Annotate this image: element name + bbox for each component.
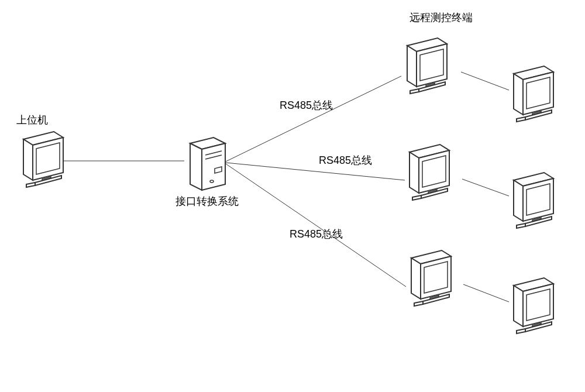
terminal-monitor-icon	[514, 278, 553, 333]
host-label: 上位机	[16, 113, 48, 127]
diagram-canvas	[0, 0, 585, 392]
terminal-monitor-icon	[411, 250, 451, 306]
bus2-label: RS485总线	[319, 153, 372, 167]
terminal-monitor-icon	[407, 38, 447, 94]
line-bus2-ext	[462, 179, 509, 196]
line-bus3	[226, 164, 406, 287]
terminal-monitor-icon	[514, 66, 553, 122]
line-bus1-ext	[461, 72, 509, 90]
converter-server-icon	[190, 137, 225, 190]
line-bus3-ext	[463, 284, 509, 302]
host-monitor-icon	[23, 132, 63, 187]
bus1-label: RS485总线	[280, 98, 333, 112]
terminal-monitor-icon	[514, 173, 553, 228]
terminal-monitor-icon	[410, 145, 449, 200]
terminal-header-label: 远程测控终端	[410, 11, 473, 25]
line-bus2	[226, 163, 405, 180]
bus3-label: RS485总线	[290, 227, 343, 241]
converter-label: 接口转换系统	[176, 194, 239, 208]
line-bus1	[226, 76, 401, 161]
